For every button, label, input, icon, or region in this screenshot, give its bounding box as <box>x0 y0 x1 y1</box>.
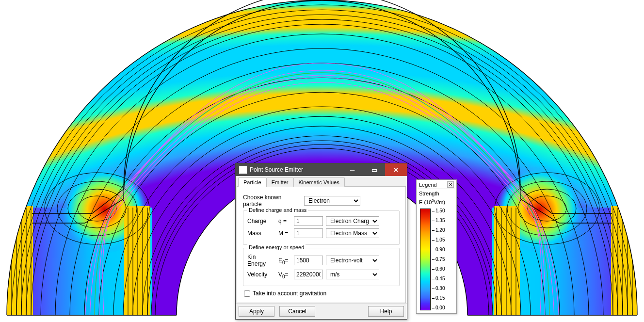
legend-variable: Strength <box>419 191 454 197</box>
tab-particle[interactable]: Particle <box>238 177 267 187</box>
mass-symbol: M = <box>278 230 291 237</box>
kin-energy-input[interactable] <box>294 256 323 265</box>
legend-close-button[interactable]: ✕ <box>447 181 454 188</box>
kin-energy-symbol: E0= <box>278 257 291 264</box>
group-energy-speed: Define energy or speed Kin Energy E0= El… <box>243 248 400 286</box>
tab-emitter[interactable]: Emitter <box>266 177 294 187</box>
mass-label: Mass <box>247 230 275 237</box>
gravitation-checkbox[interactable] <box>244 290 250 297</box>
kin-energy-label: Kin Energy <box>247 254 275 267</box>
minimize-button[interactable]: ─ <box>341 163 363 176</box>
cancel-button[interactable]: Cancel <box>279 306 315 317</box>
mass-unit-select[interactable]: Electron Mass <box>326 228 379 238</box>
legend-colorbar <box>420 209 431 310</box>
choose-particle-label: Choose known particle <box>243 194 301 208</box>
dialog-button-bar: Apply Cancel Help <box>236 303 407 319</box>
help-button[interactable]: Help <box>368 306 404 317</box>
velocity-unit-select[interactable]: m/s <box>326 270 379 279</box>
app-icon <box>239 165 247 174</box>
velocity-symbol: V0= <box>278 271 291 278</box>
legend-title: Legend <box>419 182 437 188</box>
gravitation-label: Take into account gravitation <box>253 290 326 297</box>
charge-input[interactable] <box>294 216 323 226</box>
maximize-button[interactable]: ▭ <box>363 163 385 176</box>
tab-strip: Particle Emitter Kinematic Values <box>237 177 406 187</box>
apply-button[interactable]: Apply <box>239 306 274 317</box>
tab-panel-particle: Choose known particle Electron Define ch… <box>237 187 406 303</box>
legend-units: E (105V/m) <box>419 198 454 206</box>
velocity-label: Velocity <box>247 271 275 278</box>
velocity-input[interactable] <box>294 270 323 279</box>
group-charge-mass: Define charge and mass Charge q = Electr… <box>243 210 400 245</box>
dialog-title: Point Source Emitter <box>250 166 341 173</box>
mass-input[interactable] <box>294 228 323 238</box>
charge-label: Charge <box>247 218 275 225</box>
group-energy-speed-legend: Define energy or speed <box>247 244 306 250</box>
group-charge-mass-legend: Define charge and mass <box>247 207 308 213</box>
close-button[interactable]: ✕ <box>385 163 407 176</box>
choose-particle-select[interactable]: Electron <box>304 196 360 206</box>
point-source-emitter-dialog: Point Source Emitter ─ ▭ ✕ Particle Emit… <box>235 163 407 320</box>
charge-unit-select[interactable]: Electron Charge <box>326 216 379 226</box>
kin-energy-unit-select[interactable]: Electron-volt <box>326 256 379 265</box>
charge-symbol: q = <box>278 218 291 225</box>
dialog-titlebar[interactable]: Point Source Emitter ─ ▭ ✕ <box>236 163 407 176</box>
legend-panel[interactable]: Legend ✕ Strength E (105V/m) 1.501.351.2… <box>416 179 457 314</box>
legend-ticks: 1.501.351.20 1.050.900.75 0.600.450.30 0… <box>432 209 445 310</box>
tab-kinematic-values[interactable]: Kinematic Values <box>293 177 345 187</box>
